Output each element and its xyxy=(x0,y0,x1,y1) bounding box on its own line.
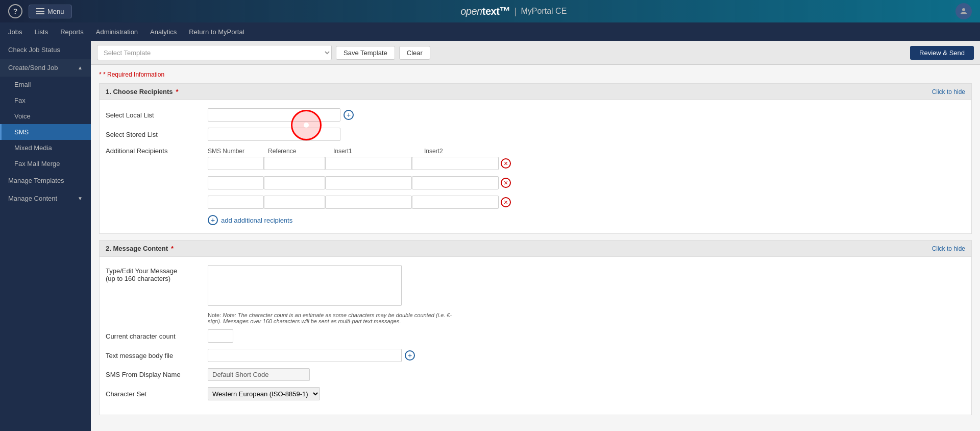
rec-ins1-2[interactable] xyxy=(325,176,412,189)
col-reference: Reference xyxy=(268,148,329,155)
local-list-add-icon[interactable]: + xyxy=(344,110,354,120)
sidebar-item-mixed-media[interactable]: Mixed Media xyxy=(0,140,91,156)
chevron-down-icon: ▼ xyxy=(78,196,83,201)
local-list-label: Select Local List xyxy=(106,111,208,119)
sidebar-item-email[interactable]: Email xyxy=(0,77,91,92)
template-select[interactable]: Select Template xyxy=(97,45,332,60)
rec-ref-3[interactable] xyxy=(264,196,325,209)
recipient-row-1: × xyxy=(106,157,965,170)
char-set-row: Character Set Western European (ISO-8859… xyxy=(106,387,965,400)
rec-ins1-3[interactable] xyxy=(325,196,412,209)
rec-sms-3[interactable] xyxy=(208,196,264,209)
nav-jobs[interactable]: Jobs xyxy=(8,26,22,38)
save-template-button[interactable]: Save Template xyxy=(336,46,395,60)
sidebar-item-voice[interactable]: Voice xyxy=(0,108,91,124)
stored-list-label: Select Stored List xyxy=(106,131,208,138)
sidebar-item-fax[interactable]: Fax xyxy=(0,92,91,108)
rec-sms-1[interactable] xyxy=(208,157,264,170)
top-navigation: ? Menu opentext™ | MyPortal CE xyxy=(0,0,980,22)
help-icon[interactable]: ? xyxy=(8,4,22,18)
char-count-label: Current character count xyxy=(106,332,208,340)
logo-area: opentext™ | MyPortal CE xyxy=(460,5,567,18)
message-section-body: Type/Edit Your Message (up to 160 charac… xyxy=(100,257,971,415)
nav-analytics[interactable]: Analytics xyxy=(150,26,177,38)
message-toggle[interactable]: Click to hide xyxy=(932,245,965,252)
local-list-input[interactable] xyxy=(208,108,340,122)
form-content: * * Required Information 1. Choose Recip… xyxy=(91,65,980,427)
stored-list-input[interactable] xyxy=(208,128,340,141)
recipients-section: 1. Choose Recipients * Click to hide Sel… xyxy=(99,83,972,234)
remove-row-3-icon[interactable]: × xyxy=(501,197,511,207)
sidebar-item-fax-mail-merge[interactable]: Fax Mail Merge xyxy=(0,156,91,172)
add-recipients-row[interactable]: + add additional recipients xyxy=(106,215,965,225)
remove-row-2-icon[interactable]: × xyxy=(501,178,511,188)
sidebar-item-manage-content[interactable]: Manage Content ▼ xyxy=(0,189,91,207)
toolbar: Select Template Save Template Clear Revi… xyxy=(91,41,980,65)
message-section-header[interactable]: 2. Message Content * Click to hide xyxy=(100,241,971,257)
recipients-section-title: 1. Choose Recipients * xyxy=(106,88,179,95)
body-file-input[interactable] xyxy=(208,349,402,362)
local-list-row: Select Local List + xyxy=(106,108,965,122)
char-set-select[interactable]: Western European (ISO-8859-1) UTF-8 ASCI… xyxy=(208,387,320,400)
sidebar-item-create-send-job[interactable]: Create/Send Job ▲ xyxy=(0,59,91,77)
from-display-row: SMS From Display Name Default Short Code xyxy=(106,368,965,381)
main-layout: Check Job Status Create/Send Job ▲ Email… xyxy=(0,41,980,431)
rec-ins2-2[interactable] xyxy=(412,176,499,189)
nav-lists[interactable]: Lists xyxy=(34,26,48,38)
nav-return[interactable]: Return to MyPortal xyxy=(189,26,244,38)
svg-point-0 xyxy=(962,8,965,11)
col-sms-number: SMS Number xyxy=(208,148,264,155)
message-section-title: 2. Message Content * xyxy=(106,245,174,252)
chevron-up-icon: ▲ xyxy=(78,65,83,70)
stored-list-row: Select Stored List xyxy=(106,128,965,141)
recipients-required-star: * xyxy=(176,88,178,95)
rec-ref-2[interactable] xyxy=(264,176,325,189)
sidebar-create-label: Create/Send Job xyxy=(8,64,58,71)
message-required-star: * xyxy=(171,245,174,252)
remove-row-1-icon[interactable]: × xyxy=(501,158,511,169)
body-file-label: Text message body file xyxy=(106,352,208,360)
col-insert2: Insert2 xyxy=(424,148,511,155)
required-info: * * Required Information xyxy=(99,71,972,78)
body-file-row: Text message body file + xyxy=(106,349,965,362)
char-count-row: Current character count xyxy=(106,329,965,343)
add-recipients-icon[interactable]: + xyxy=(208,215,218,225)
nav-administration[interactable]: Administration xyxy=(96,26,138,38)
sidebar-item-manage-templates[interactable]: Manage Templates xyxy=(0,172,91,189)
rec-ins1-1[interactable] xyxy=(325,157,412,170)
main-content: Select Template Save Template Clear Revi… xyxy=(91,41,980,431)
portal-name: MyPortal CE xyxy=(521,7,567,16)
review-send-button[interactable]: Review & Send xyxy=(910,46,974,60)
from-display-label: SMS From Display Name xyxy=(106,371,208,378)
hamburger-icon xyxy=(36,8,44,14)
recipients-section-body: Select Local List + Select Stored List A… xyxy=(100,100,971,233)
rec-ref-1[interactable] xyxy=(264,157,325,170)
sidebar-label: Check Job Status xyxy=(8,46,60,54)
clear-button[interactable]: Clear xyxy=(399,46,430,60)
rec-sms-2[interactable] xyxy=(208,176,264,189)
rec-ins2-1[interactable] xyxy=(412,157,499,170)
additional-recipients-label: Additional Recipients xyxy=(106,147,208,155)
menu-button[interactable]: Menu xyxy=(29,5,72,18)
user-avatar[interactable] xyxy=(955,3,972,19)
char-set-label: Character Set xyxy=(106,390,208,398)
main-navigation: Jobs Lists Reports Administration Analyt… xyxy=(0,22,980,41)
nav-reports[interactable]: Reports xyxy=(60,26,84,38)
body-file-add-icon[interactable]: + xyxy=(405,350,415,361)
message-textarea[interactable] xyxy=(208,265,402,306)
additional-recipients-header-row: Additional Recipients SMS Number Referen… xyxy=(106,147,965,155)
recipient-row-3: × xyxy=(106,196,965,209)
sidebar: Check Job Status Create/Send Job ▲ Email… xyxy=(0,41,91,431)
col-insert1: Insert1 xyxy=(333,148,420,155)
menu-label: Menu xyxy=(47,8,64,15)
app-logo: opentext™ xyxy=(460,5,510,18)
sidebar-item-check-job-status[interactable]: Check Job Status xyxy=(0,41,91,59)
recipients-section-header[interactable]: 1. Choose Recipients * Click to hide xyxy=(100,84,971,100)
sidebar-item-sms[interactable]: SMS xyxy=(0,124,91,140)
recipients-toggle[interactable]: Click to hide xyxy=(932,88,965,95)
rec-ins2-3[interactable] xyxy=(412,196,499,209)
message-note: Note: Note: The character count is an es… xyxy=(106,312,463,324)
char-count-input[interactable] xyxy=(208,329,233,343)
recipient-row-2: × xyxy=(106,176,965,189)
from-display-value: Default Short Code xyxy=(208,368,310,381)
